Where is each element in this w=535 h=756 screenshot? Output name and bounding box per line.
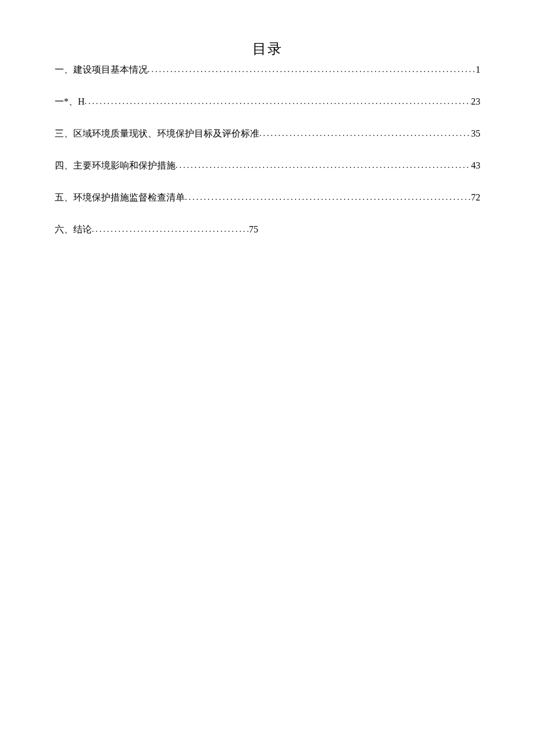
- toc-entry-3: 三、区域环境质量现状、环境保护目标及评价标准 35: [55, 128, 480, 140]
- toc-page-number: 43: [471, 160, 480, 171]
- toc-entry-2: 一*、H 23: [55, 96, 480, 108]
- toc-label: 三、区域环境质量现状、环境保护目标及评价标准: [55, 128, 259, 140]
- toc-label: 一*、H: [55, 96, 85, 108]
- toc-entry-5: 五、环境保护措施监督检查清单 72: [55, 192, 480, 204]
- toc-entry-1: 一、建设项目基本情况 1: [55, 64, 480, 76]
- toc-page-number: 1: [476, 65, 480, 75]
- toc-leader-dots: [85, 97, 471, 106]
- toc-page-number: 23: [471, 96, 480, 107]
- toc-leader-dots: [259, 129, 471, 138]
- toc-entry-6: 六、结论 75: [55, 224, 480, 236]
- toc-entry-4: 四、主要环境影响和保护措施 43: [55, 160, 480, 172]
- toc-label: 一、建设项目基本情况: [55, 64, 148, 76]
- toc-leader-dots: [176, 161, 471, 170]
- toc-page-number: 75: [249, 224, 258, 235]
- toc-page-number: 72: [471, 192, 480, 203]
- toc-leader-dots: [92, 225, 249, 234]
- page-title: 目录: [55, 40, 480, 58]
- toc-page-number: 35: [471, 128, 480, 139]
- toc-label: 四、主要环境影响和保护措施: [55, 160, 176, 172]
- toc-label: 五、环境保护措施监督检查清单: [55, 192, 185, 204]
- toc-label: 六、结论: [55, 224, 92, 236]
- toc-leader-dots: [185, 193, 471, 202]
- toc-leader-dots: [148, 65, 476, 74]
